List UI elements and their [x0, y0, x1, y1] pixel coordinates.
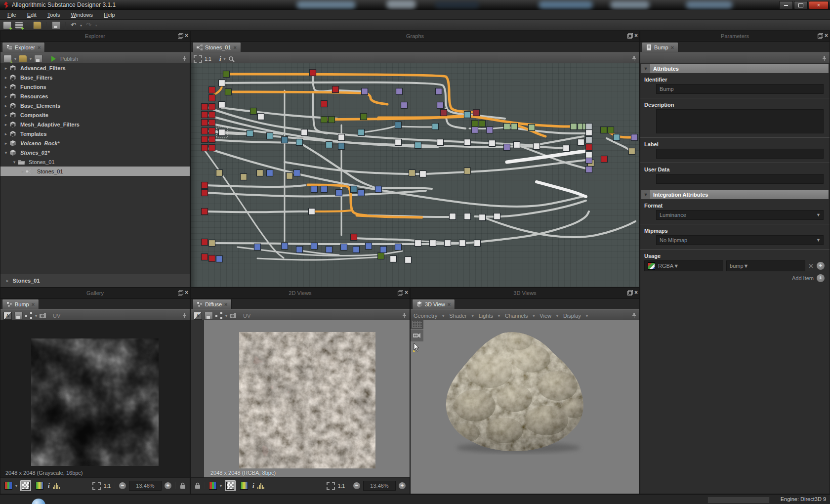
graph-node-teal[interactable] [614, 134, 620, 141]
channels-icon[interactable] [209, 482, 217, 490]
node-graph-canvas[interactable] [191, 63, 639, 287]
graph-node-blue[interactable] [380, 247, 387, 253]
fit-view-icon[interactable] [194, 55, 202, 63]
graph-node-blue[interactable] [375, 186, 382, 193]
graph-node-white[interactable] [258, 114, 264, 120]
graph-node-blue[interactable] [294, 170, 300, 176]
user-data-field[interactable] [656, 174, 824, 184]
graph-node-tan[interactable] [629, 148, 635, 155]
save-icon[interactable] [52, 21, 60, 29]
graph-node-blue[interactable] [254, 244, 261, 251]
close-tab-icon[interactable]: × [671, 44, 674, 50]
float-panel-icon[interactable] [398, 290, 403, 295]
window-title-bar[interactable]: Allegorithmic Substance Designer 3.1.1 × [0, 0, 830, 10]
graph-node-red[interactable] [202, 136, 208, 143]
3d-menu-shader[interactable]: Shader [447, 313, 468, 319]
pin-icon[interactable] [181, 312, 187, 318]
graph-node-tan[interactable] [241, 174, 247, 180]
graph-node-green[interactable] [601, 127, 607, 133]
graph-node-purple[interactable] [437, 102, 444, 109]
float-panel-icon[interactable] [627, 290, 633, 295]
close-tab-icon[interactable]: × [32, 301, 35, 307]
graph-node-purple[interactable] [586, 167, 592, 173]
graph-node-red[interactable] [202, 145, 208, 151]
close-button[interactable]: × [809, 1, 829, 9]
graph-node-white[interactable] [309, 209, 315, 215]
graph-node-red[interactable] [351, 234, 357, 241]
graph-node-sage[interactable] [571, 124, 577, 130]
actual-size-button[interactable]: 1:1 [205, 56, 211, 62]
graph-node-white[interactable] [494, 213, 500, 220]
minimize-button[interactable] [779, 1, 793, 9]
zoom-in-icon[interactable]: + [165, 482, 171, 489]
3d-menu-view[interactable]: View [538, 313, 553, 319]
graph-node-teal[interactable] [432, 124, 439, 130]
graph-node-steel[interactable] [282, 137, 288, 143]
node-dropdown-icon[interactable]: ▾ [35, 314, 37, 318]
menu-file[interactable]: File [2, 11, 22, 19]
tree-item-advanced-filters[interactable]: ▸Advanced_Filters [0, 63, 190, 73]
graph-node-sage[interactable] [529, 125, 535, 131]
tab-explorer[interactable]: Explorer × [2, 42, 45, 52]
graph-node-purple[interactable] [487, 127, 493, 133]
publish-play-icon[interactable] [51, 56, 56, 62]
graph-node-blue[interactable] [296, 247, 303, 253]
graph-node-red[interactable] [209, 120, 215, 126]
new-graph-icon[interactable] [15, 22, 23, 29]
graph-node-green[interactable] [378, 253, 384, 259]
description-field[interactable] [656, 109, 824, 133]
graph-node-tan[interactable] [464, 168, 471, 174]
3d-menu-lights[interactable]: Lights [477, 313, 495, 319]
tab-stones-01[interactable]: Stones_01 × [192, 42, 241, 52]
3d-menu-channels[interactable]: Channels [503, 313, 530, 319]
graph-node-tan[interactable] [216, 170, 223, 176]
channels-dropdown-icon[interactable]: ▾ [220, 484, 222, 488]
add-item-label[interactable]: Add Item [792, 275, 814, 281]
graph-node-tan[interactable] [287, 173, 293, 179]
close-panel-icon[interactable]: × [405, 290, 408, 295]
graph-node-blue[interactable] [267, 170, 273, 176]
close-panel-icon[interactable]: × [825, 33, 828, 39]
chevron-right-icon[interactable]: ▸ [2, 122, 9, 127]
graph-node-gray[interactable] [586, 124, 592, 130]
close-tab-icon[interactable]: × [234, 44, 237, 50]
mipmaps-dropdown[interactable]: No Mipmap ▼ [656, 235, 824, 245]
graph-node-green[interactable] [479, 121, 486, 127]
graph-node-blue[interactable] [366, 243, 372, 250]
graph-node-green[interactable] [472, 121, 478, 127]
graph-node-teal[interactable] [267, 133, 273, 139]
save-icon[interactable] [34, 55, 42, 63]
graph-node-red[interactable] [586, 144, 592, 151]
zoom-level[interactable]: 13.46% [363, 481, 396, 491]
graph-node-white[interactable] [464, 139, 471, 146]
tree-item-stones-01-[interactable]: ▾Stones_01* [0, 148, 190, 157]
graph-node-red[interactable] [202, 190, 208, 196]
graph-node-purple[interactable] [401, 102, 408, 109]
graph-node-white[interactable] [479, 214, 486, 221]
menu-tools[interactable]: Tools [42, 11, 66, 19]
maximize-button[interactable] [794, 1, 808, 9]
gallery-viewport[interactable]: 2048 x 2048 (Grayscale, 16bpc) [0, 320, 190, 478]
chevron-right-icon[interactable]: ▸ [2, 131, 9, 136]
colorspace-toggle[interactable] [239, 480, 249, 491]
histogram-icon[interactable] [257, 483, 265, 489]
undo-dropdown-icon[interactable]: ▾ [80, 23, 82, 28]
fit-view-icon[interactable] [327, 482, 335, 490]
graph-node-red[interactable] [209, 145, 215, 151]
menu-windows[interactable]: Windows [65, 11, 98, 19]
graph-node-blue[interactable] [321, 186, 328, 193]
graph-node-teal[interactable] [326, 142, 332, 148]
graph-node-steel[interactable] [395, 122, 402, 128]
info-icon[interactable]: i [219, 55, 221, 63]
publish-label[interactable]: Publish [60, 56, 78, 62]
camera-icon[interactable] [411, 329, 423, 341]
snapshot-camera-icon[interactable] [230, 313, 238, 319]
2d-viewport[interactable]: 2048 x 2048 (RGBA, 8bpc) [191, 320, 410, 478]
new-package-icon[interactable] [3, 21, 11, 29]
graph-node-white[interactable] [489, 140, 496, 147]
chevron-down-icon[interactable]: ▾ [11, 160, 18, 165]
tree-item-mesh-adaptive-filters[interactable]: ▸Mesh_Adaptive_Filters [0, 120, 190, 129]
graph-node-red[interactable] [202, 254, 208, 260]
graph-node-maroon[interactable] [441, 110, 447, 116]
graph-node-blue[interactable] [353, 247, 360, 253]
